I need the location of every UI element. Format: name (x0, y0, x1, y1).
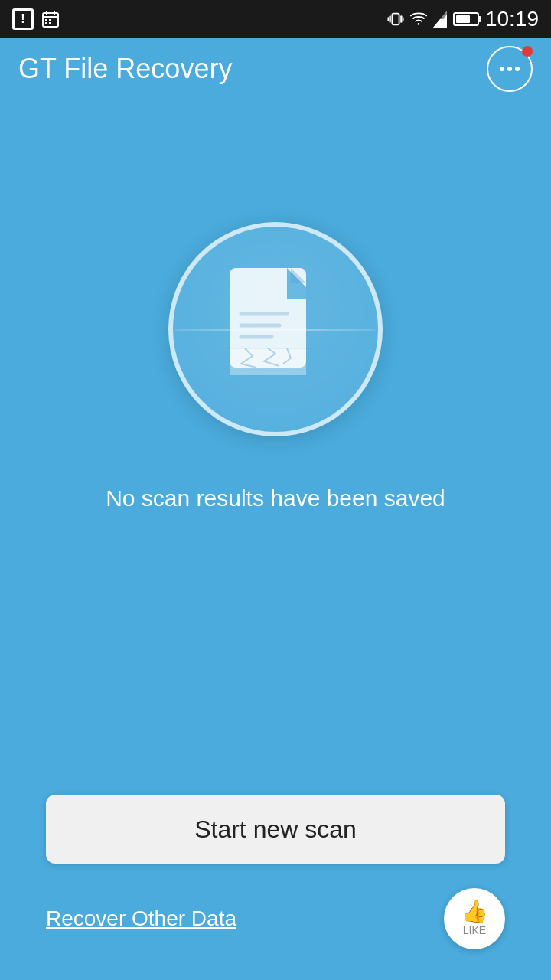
main-content: No scan results have been saved Start ne… (0, 100, 551, 980)
bottom-area: Start new scan Recover Other Data 👍 LIKE (0, 795, 551, 980)
like-label: LIKE (463, 924, 486, 936)
footer-row: Recover Other Data 👍 LIKE (46, 888, 505, 949)
notification-dot (522, 46, 533, 57)
svg-point-13 (418, 23, 420, 25)
status-left-icons: ! (12, 8, 61, 30)
start-scan-button[interactable]: Start new scan (46, 795, 505, 864)
svg-rect-5 (49, 19, 51, 21)
recovery-icon-circle (168, 222, 383, 436)
recover-other-data-link[interactable]: Recover Other Data (46, 906, 236, 931)
more-options-button[interactable] (487, 46, 533, 92)
three-dots-icon (500, 67, 520, 71)
app-title: GT File Recovery (18, 53, 232, 85)
status-time: 10:19 (485, 7, 539, 31)
svg-rect-8 (392, 14, 399, 25)
vibrate-icon (387, 11, 404, 28)
broken-file-icon (214, 260, 337, 398)
calendar-icon (40, 8, 61, 30)
status-bar: ! (0, 0, 551, 38)
svg-rect-4 (45, 19, 47, 21)
battery-icon (453, 12, 479, 26)
empty-state-text: No scan results have been saved (60, 482, 491, 514)
toolbar: GT File Recovery (0, 38, 551, 100)
like-button[interactable]: 👍 LIKE (444, 888, 505, 949)
wifi-icon (410, 11, 427, 28)
signal-icon (433, 11, 447, 28)
alert-icon: ! (12, 8, 34, 30)
svg-rect-7 (49, 22, 51, 24)
status-right-icons: 10:19 (387, 7, 539, 31)
thumbs-up-icon: 👍 (461, 901, 488, 923)
svg-rect-6 (45, 22, 47, 24)
